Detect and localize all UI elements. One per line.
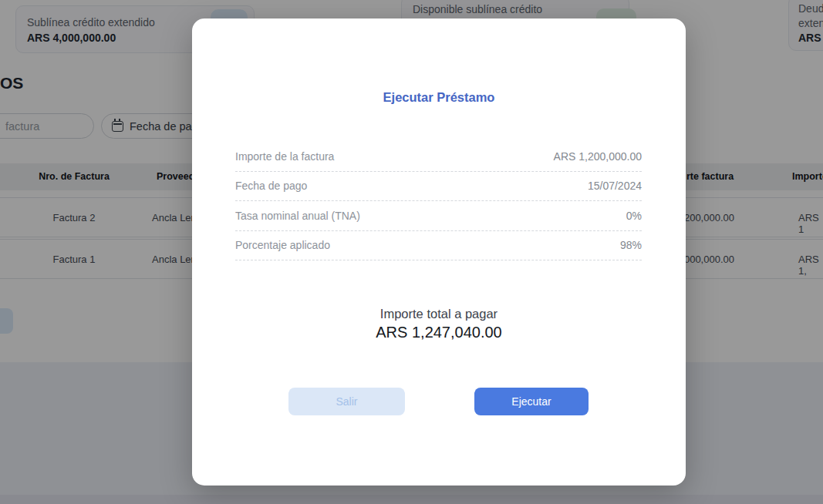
detail-label: Fecha de pago bbox=[235, 180, 307, 192]
detail-label: Importe de la factura bbox=[235, 150, 334, 163]
detail-label: Porcentaje aplicado bbox=[235, 239, 330, 251]
total-label: Importe total a pagar bbox=[192, 307, 686, 321]
detail-value: 98% bbox=[620, 239, 642, 251]
total-value: ARS 1,247,040.00 bbox=[192, 324, 686, 341]
modal-detail-rows: Importe de la factura ARS 1,200,000.00 F… bbox=[235, 142, 642, 260]
detail-label: Tasa nominal anual (TNA) bbox=[235, 210, 360, 222]
ejecutar-prestamo-modal: Ejecutar Préstamo Importe de la factura … bbox=[192, 18, 686, 486]
modal-title: Ejecutar Préstamo bbox=[192, 90, 686, 105]
salir-button[interactable]: Salir bbox=[288, 388, 405, 415]
screen: Sublínea crédito extendido ARS 4,000,000… bbox=[0, 0, 823, 504]
detail-value: 0% bbox=[626, 210, 642, 222]
detail-value: ARS 1,200,000.00 bbox=[554, 150, 642, 163]
detail-row-importe-factura: Importe de la factura ARS 1,200,000.00 bbox=[235, 142, 642, 172]
detail-value: 15/07/2024 bbox=[588, 180, 642, 192]
detail-row-porcentaje: Porcentaje aplicado 98% bbox=[235, 231, 642, 261]
ejecutar-button[interactable]: Ejecutar bbox=[474, 388, 589, 415]
detail-row-tna: Tasa nominal anual (TNA) 0% bbox=[235, 201, 642, 231]
detail-row-fecha-pago: Fecha de pago 15/07/2024 bbox=[235, 172, 642, 202]
